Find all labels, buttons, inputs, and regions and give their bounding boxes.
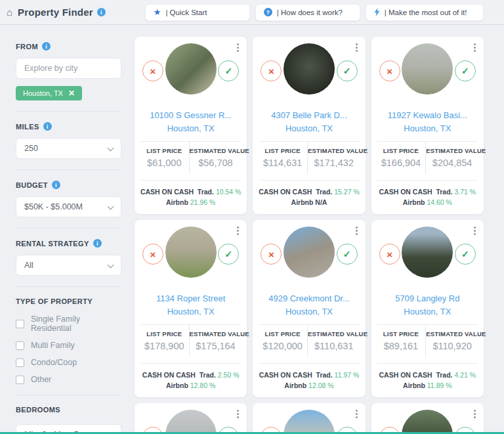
quick-start-button[interactable]: ★ | Quick Start	[145, 4, 250, 21]
cash-on-cash-label: CASH ON CASH	[379, 371, 432, 379]
property-city-link[interactable]: Houston, TX	[258, 305, 360, 318]
cash-on-cash-label: CASH ON CASH	[142, 371, 196, 379]
main-area: × ✓ 10100 S Gessner R... Houston, TX LIS…	[133, 25, 504, 434]
property-address-link[interactable]: 4929 Creekmont Dr...	[258, 292, 360, 305]
property-city-link[interactable]: Houston, TX	[377, 122, 478, 135]
accept-property-button[interactable]: ✓	[455, 60, 476, 81]
list-price-header: LIST PRICE	[377, 147, 426, 154]
property-address-link[interactable]: 10100 S Gessner R...	[140, 109, 242, 122]
cash-on-cash-section: CASH ON CASH Trad. 11.97 % Airbnb 12.08 …	[258, 364, 360, 391]
budget-select[interactable]: $50K - $5.000M	[16, 196, 121, 217]
price-table: LIST PRICE $61,000 ESTIMATED VALUE $56,7…	[140, 142, 242, 174]
checkbox-icon[interactable]	[16, 376, 24, 384]
trad-label: Trad.	[436, 371, 452, 379]
filter-budget: BUDGET i $50K - $5.000M	[16, 181, 121, 217]
list-price-header: LIST PRICE	[377, 330, 426, 337]
photo-row: × ✓	[258, 227, 360, 287]
property-city-link[interactable]: Houston, TX	[377, 305, 478, 318]
property-card: × ✓ 11927 Kewalo Basi... Houston, TX LIS…	[371, 37, 484, 214]
photo-row: × ✓	[377, 43, 478, 104]
header-buttons: ★ | Quick Start ? | How does it work? | …	[145, 4, 495, 21]
photo-row: × ✓	[258, 43, 360, 104]
property-photo[interactable]	[402, 43, 453, 95]
property-address-link[interactable]: 5709 Langley Rd	[377, 292, 478, 305]
estimated-value-value: $110,920	[426, 341, 478, 351]
property-city-link[interactable]: Houston, TX	[140, 305, 242, 318]
from-info-icon[interactable]: i	[42, 42, 51, 51]
bedrooms-label: BEDROOMS	[16, 406, 60, 414]
from-label: FROM	[16, 43, 38, 51]
accept-property-button[interactable]: ✓	[455, 244, 476, 265]
accept-property-button[interactable]: ✓	[218, 60, 239, 81]
accept-property-button[interactable]: ✓	[337, 244, 358, 265]
miles-info-icon[interactable]: i	[43, 122, 52, 131]
city-tag-houston[interactable]: Houston, TX ✕	[16, 86, 82, 100]
chevron-down-icon	[108, 262, 114, 269]
checkbox-icon[interactable]	[16, 341, 24, 350]
trad-label: Trad.	[316, 371, 333, 379]
photo-row: × ✓	[140, 227, 242, 287]
chevron-down-icon	[108, 145, 114, 152]
reject-property-button[interactable]: ×	[379, 244, 400, 265]
budget-info-icon[interactable]: i	[52, 181, 60, 189]
property-address-link[interactable]: 4307 Belle Park D...	[258, 109, 360, 122]
list-price-value: $178,900	[140, 341, 189, 351]
reject-property-button[interactable]: ×	[261, 244, 282, 265]
property-address-link[interactable]: 11927 Kewalo Basi...	[377, 109, 478, 122]
accept-property-button[interactable]: ✓	[218, 244, 239, 265]
make-the-most-button[interactable]: | Make the most out of it!	[366, 4, 484, 21]
photo-row: × ✓	[258, 410, 360, 434]
property-photo[interactable]	[284, 227, 335, 278]
estimated-value-header: ESTIMATED VALUE	[426, 147, 478, 154]
checkbox-condo-coop[interactable]: Condo/Coop	[16, 358, 121, 367]
photo-row: × ✓	[377, 410, 478, 434]
reject-property-button[interactable]: ×	[261, 60, 282, 81]
airbnb-value: 12.08 %	[308, 381, 334, 389]
estimated-value-header: ESTIMATED VALUE	[308, 147, 360, 154]
divider	[16, 111, 121, 112]
property-photo[interactable]	[402, 227, 453, 278]
cash-on-cash-section: CASH ON CASH Trad. 3.71 % Airbnb 14.60 %	[377, 181, 478, 207]
property-photo[interactable]	[284, 410, 335, 434]
how-does-it-work-button[interactable]: ? | How does it work?	[255, 4, 360, 21]
property-photo[interactable]	[284, 43, 335, 95]
cash-on-cash-section: CASH ON CASH Trad. 10.54 % Airbnb 21.96 …	[140, 181, 242, 207]
property-city-link[interactable]: Houston, TX	[258, 122, 360, 135]
miles-select[interactable]: 250	[16, 138, 121, 159]
divider	[16, 169, 121, 170]
miles-label: MILES	[16, 123, 39, 131]
reject-property-button[interactable]: ×	[142, 60, 163, 81]
rental-strategy-select[interactable]: All	[16, 255, 121, 276]
tag-remove-icon[interactable]: ✕	[68, 89, 75, 98]
list-price-value: $114,631	[258, 158, 307, 168]
accept-property-button[interactable]: ✓	[337, 60, 358, 81]
property-city-link[interactable]: Houston, TX	[140, 122, 242, 135]
list-price-header: LIST PRICE	[258, 330, 307, 337]
rental-strategy-info-icon[interactable]: i	[93, 239, 102, 248]
property-photo[interactable]	[165, 410, 217, 434]
checkbox-multi-family[interactable]: Multi Family	[16, 341, 121, 350]
airbnb-label: Airbnb	[291, 198, 314, 206]
property-photo[interactable]	[165, 43, 217, 95]
filter-rental-strategy: RENTAL STRATEGY i All	[16, 239, 121, 276]
city-search-input[interactable]	[24, 64, 113, 73]
star-icon: ★	[154, 7, 161, 17]
checkbox-other[interactable]: Other	[16, 375, 121, 384]
list-price-header: LIST PRICE	[140, 147, 189, 154]
property-address-link[interactable]: 1134 Roper Street	[140, 292, 242, 305]
property-photo[interactable]	[402, 410, 453, 434]
divider	[16, 395, 121, 395]
reject-property-button[interactable]: ×	[142, 244, 163, 265]
filter-from: FROM i Houston, TX ✕	[16, 42, 121, 100]
reject-property-button[interactable]: ×	[379, 60, 400, 81]
title-info-icon[interactable]: i	[97, 8, 106, 16]
checkbox-single-family[interactable]: Single Family Residential	[16, 315, 121, 333]
home-icon[interactable]: ⌂	[7, 7, 12, 18]
cash-on-cash-section: CASH ON CASH Trad. 2.50 % Airbnb 12.80 %	[140, 364, 242, 391]
property-photo[interactable]	[165, 227, 217, 278]
checkbox-icon[interactable]	[16, 358, 24, 367]
bolt-icon	[374, 8, 380, 16]
city-search-field	[16, 58, 121, 79]
estimated-value-header: ESTIMATED VALUE	[308, 330, 360, 337]
checkbox-icon[interactable]	[16, 320, 24, 328]
